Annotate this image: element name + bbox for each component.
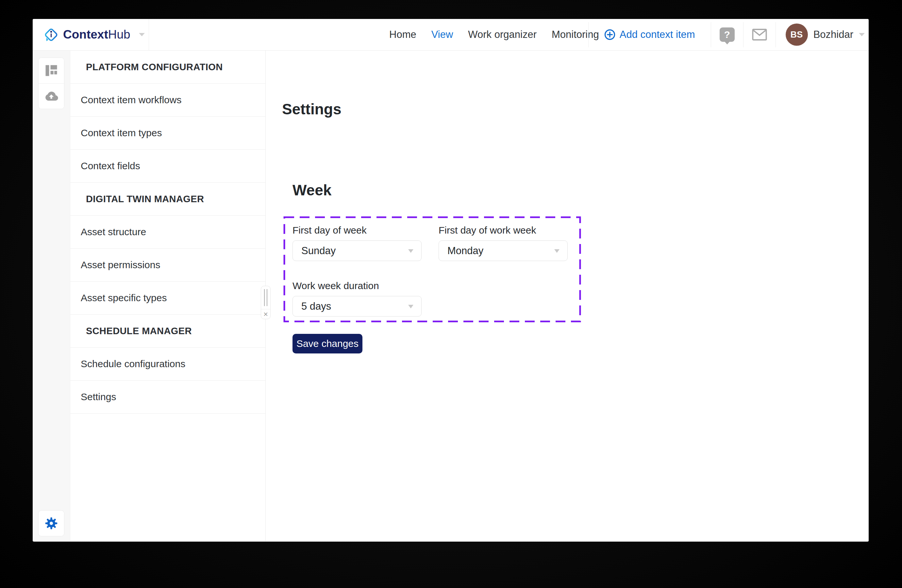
save-changes-button[interactable]: Save changes xyxy=(293,334,362,353)
messages-button[interactable] xyxy=(744,19,775,50)
gear-icon xyxy=(45,517,58,530)
sidebar-section-schedule-manager: SCHEDULE MANAGER xyxy=(70,314,265,347)
sidebar-item-context-item-types[interactable]: Context item types xyxy=(70,117,265,150)
first-day-of-week-select[interactable]: Sunday xyxy=(293,241,421,261)
avatar: BS xyxy=(786,23,808,46)
selected-value: 5 days xyxy=(301,300,331,312)
settings-sidebar: PLATFORM CONFIGURATION Context item work… xyxy=(70,51,266,541)
select-caret-icon xyxy=(408,305,413,308)
main-panel: Settings Week First day of week Sunday xyxy=(266,51,869,541)
sidebar-item-context-fields[interactable]: Context fields xyxy=(70,150,265,183)
sidebar-item-settings[interactable]: Settings xyxy=(70,380,265,414)
upload-nav-button[interactable] xyxy=(39,83,64,109)
week-section-title: Week xyxy=(293,181,331,199)
selected-value: Sunday xyxy=(301,245,336,257)
work-week-duration-select[interactable]: 5 days xyxy=(293,296,421,316)
desktop-background: ContextHub Home View Work organizer Moni… xyxy=(0,0,902,588)
sidebar-item-context-item-workflows[interactable]: Context item workflows xyxy=(70,84,265,117)
brand-wordmark: ContextHub xyxy=(63,28,130,42)
sidebar-drag-grip[interactable] xyxy=(261,286,270,309)
layout-nav-button[interactable] xyxy=(39,58,64,83)
contexthub-logo-icon xyxy=(44,27,59,42)
field-label: Work week duration xyxy=(293,280,421,291)
plus-circle-icon xyxy=(604,29,615,40)
sidebar-item-asset-specific-types[interactable]: Asset specific types xyxy=(70,281,265,314)
top-bar: ContextHub Home View Work organizer Moni… xyxy=(33,19,869,51)
primary-nav: Home View Work organizer Monitoring xyxy=(389,19,599,50)
field-first-day-of-week: First day of week Sunday xyxy=(293,225,421,261)
settings-gear-button[interactable] xyxy=(39,511,64,536)
sidebar-item-asset-structure[interactable]: Asset structure xyxy=(70,216,265,249)
sidebar-item-asset-permissions[interactable]: Asset permissions xyxy=(70,249,265,281)
help-icon: ? xyxy=(720,27,734,42)
user-chevron-down-icon xyxy=(859,33,865,36)
rail-nav-card xyxy=(38,58,64,109)
add-context-item-label: Add context item xyxy=(620,29,695,41)
select-caret-icon xyxy=(408,249,413,253)
select-caret-icon xyxy=(554,249,559,253)
field-label: First day of work week xyxy=(438,225,568,236)
sidebar-section-digital-twin-manager: DIGITAL TWIN MANAGER xyxy=(70,183,265,216)
mail-icon xyxy=(752,28,767,41)
week-settings-group: First day of week Sunday First day of wo… xyxy=(283,216,581,322)
sidebar-resize-handle: × xyxy=(261,286,271,319)
brand-chevron-down-icon xyxy=(139,33,145,36)
icon-rail xyxy=(33,51,70,541)
brand-menu[interactable]: ContextHub xyxy=(33,19,149,50)
content-area: PLATFORM CONFIGURATION Context item work… xyxy=(33,51,869,541)
sidebar-section-platform-configuration: PLATFORM CONFIGURATION xyxy=(70,51,265,84)
app-window: ContextHub Home View Work organizer Moni… xyxy=(33,19,869,542)
help-button[interactable]: ? xyxy=(711,19,743,50)
field-label: First day of week xyxy=(293,225,421,236)
rail-settings-card xyxy=(38,510,64,536)
nav-item-work-organizer[interactable]: Work organizer xyxy=(468,29,537,41)
add-context-item-button[interactable]: Add context item xyxy=(589,29,711,41)
nav-item-home[interactable]: Home xyxy=(389,29,417,41)
close-icon: × xyxy=(263,310,268,318)
layout-icon xyxy=(45,64,58,77)
top-bar-actions: Add context item ? BS Bozhidar xyxy=(588,19,869,50)
sidebar-item-schedule-configurations[interactable]: Schedule configurations xyxy=(70,347,265,380)
drag-grip-icon xyxy=(264,289,267,306)
field-first-day-of-work-week: First day of work week Monday xyxy=(438,225,568,261)
sidebar-close-button[interactable]: × xyxy=(261,309,270,319)
user-menu[interactable]: BS Bozhidar xyxy=(776,23,869,46)
nav-item-view[interactable]: View xyxy=(431,29,453,41)
cloud-upload-icon xyxy=(44,89,58,103)
selected-value: Monday xyxy=(448,245,483,257)
page-title: Settings xyxy=(282,100,341,118)
field-work-week-duration: Work week duration 5 days xyxy=(293,280,421,316)
user-name: Bozhidar xyxy=(813,29,853,41)
first-day-of-work-week-select[interactable]: Monday xyxy=(438,241,568,261)
